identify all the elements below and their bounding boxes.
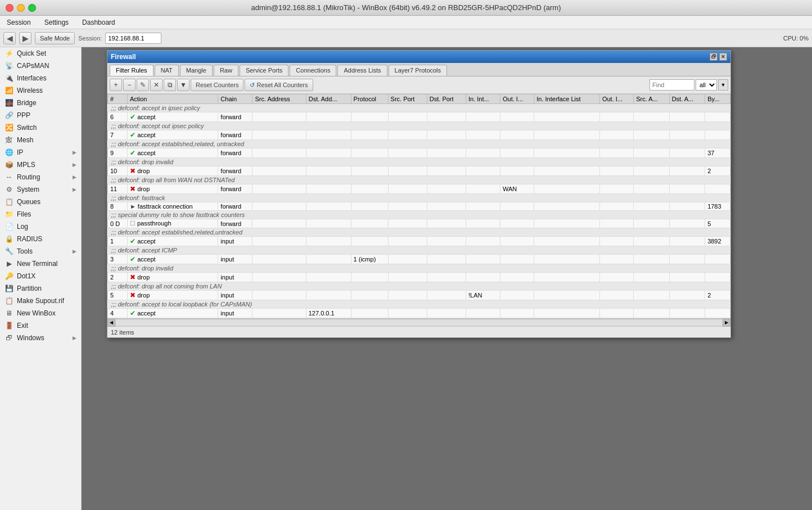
- sidebar-item-log[interactable]: 📄 Log: [0, 220, 81, 233]
- tab-nat[interactable]: NAT: [155, 65, 179, 76]
- new-winbox-icon: 🖥: [4, 309, 13, 317]
- sidebar-item-ppp[interactable]: 🔗 PPP: [0, 109, 81, 121]
- tab-layer7-protocols[interactable]: Layer7 Protocols: [389, 65, 448, 76]
- table-row[interactable]: 9✔ acceptforward37: [108, 148, 730, 158]
- col-chain[interactable]: Chain: [218, 94, 252, 104]
- sidebar-item-system[interactable]: ⚙ System ▶: [0, 183, 81, 196]
- sidebar-item-queues[interactable]: 📋 Queues: [0, 196, 81, 208]
- col-dst-addr[interactable]: Dst. Add...: [306, 94, 351, 104]
- tab-mangle[interactable]: Mangle: [180, 65, 213, 76]
- sidebar-item-bridge[interactable]: 🌉 Bridge: [0, 97, 81, 109]
- table-row[interactable]: 5✖ dropinput!LAN2: [108, 291, 730, 300]
- table-row[interactable]: 7✔ acceptforward: [108, 130, 730, 140]
- edit-rule-button[interactable]: ✎: [137, 79, 149, 91]
- session-input[interactable]: [105, 33, 161, 44]
- table-row[interactable]: 6✔ acceptforward: [108, 112, 730, 122]
- col-in-int-list[interactable]: In. Interface List: [534, 94, 600, 104]
- back-button[interactable]: ◀: [3, 32, 16, 44]
- menu-session[interactable]: Session: [4, 17, 33, 28]
- col-dst-a[interactable]: Dst. A...: [669, 94, 705, 104]
- remove-rule-button[interactable]: −: [123, 79, 136, 91]
- fw-close-button[interactable]: ✕: [719, 53, 727, 61]
- col-out-int[interactable]: Out. I...: [500, 94, 534, 104]
- scroll-track[interactable]: [116, 320, 722, 326]
- col-action[interactable]: Action: [127, 94, 218, 104]
- forward-button[interactable]: ▶: [19, 32, 31, 44]
- sidebar-item-interfaces[interactable]: 🔌 Interfaces: [0, 72, 81, 84]
- tab-service-ports[interactable]: Service Ports: [240, 65, 288, 76]
- sidebar-item-tools[interactable]: 🔧 Tools ▶: [0, 245, 81, 258]
- col-by[interactable]: By...: [705, 94, 730, 104]
- session-label: Session:: [78, 35, 102, 42]
- sidebar-item-mesh[interactable]: 🕸 Mesh: [0, 134, 81, 146]
- fw-restore-button[interactable]: 🗗: [710, 53, 718, 61]
- menu-dashboard[interactable]: Dashboard: [80, 17, 118, 28]
- sidebar-item-capsman[interactable]: 📡 CAPsMAN: [0, 60, 81, 72]
- col-out-int-list[interactable]: Out. I...: [599, 94, 633, 104]
- reset-all-counters-button[interactable]: ↺ Reset All Counters: [245, 79, 313, 91]
- sidebar-item-wireless[interactable]: 📶 Wireless: [0, 84, 81, 97]
- sidebar-item-windows[interactable]: 🗗 Windows ▶: [0, 332, 81, 344]
- sidebar-item-partition[interactable]: 💾 Partition: [0, 282, 81, 295]
- table-header-row: # Action Chain Src. Address Dst. Add... …: [108, 94, 730, 104]
- sidebar-item-mpls[interactable]: 📦 MPLS ▶: [0, 159, 81, 171]
- copy-rule-button[interactable]: ⧉: [164, 79, 176, 91]
- minimize-button[interactable]: [17, 4, 25, 12]
- table-row[interactable]: 10✖ dropforward2: [108, 166, 730, 176]
- tab-connections[interactable]: Connections: [290, 65, 336, 76]
- col-src-port[interactable]: Src. Port: [388, 94, 427, 104]
- search-scope-dropdown[interactable]: ▼: [718, 79, 728, 91]
- table-row[interactable]: 0 D☐ passthroughforward5: [108, 219, 730, 228]
- filter-button[interactable]: ▼: [177, 79, 190, 91]
- col-dst-port[interactable]: Dst. Port: [427, 94, 466, 104]
- files-icon: 📁: [4, 210, 13, 218]
- col-protocol[interactable]: Protocol: [351, 94, 388, 104]
- menu-settings[interactable]: Settings: [42, 17, 71, 28]
- horizontal-scrollbar[interactable]: ◀ ▶: [107, 318, 730, 326]
- close-button[interactable]: [6, 4, 13, 12]
- sidebar-item-make-supout[interactable]: 📋 Make Supout.rif: [0, 295, 81, 307]
- reset-counters-button[interactable]: Reset Counters: [191, 79, 243, 91]
- add-rule-button[interactable]: +: [110, 79, 122, 91]
- maximize-button[interactable]: [28, 4, 36, 12]
- switch-icon: 🔀: [4, 124, 13, 132]
- col-src-a[interactable]: Src. A...: [634, 94, 670, 104]
- main-toolbar: ◀ ▶ Safe Mode Session: CPU: 0%: [0, 29, 812, 47]
- tab-raw[interactable]: Raw: [214, 65, 238, 76]
- table-row[interactable]: 2✖ dropinput: [108, 273, 730, 282]
- scroll-right-button[interactable]: ▶: [723, 319, 730, 327]
- scroll-left-button[interactable]: ◀: [107, 319, 115, 327]
- sidebar-item-radius[interactable]: 🔒 RADIUS: [0, 233, 81, 245]
- table-row[interactable]: 8► fasttrack connectionforward1783: [108, 202, 730, 211]
- tools-arrow: ▶: [73, 249, 76, 254]
- sidebar-item-quick-set[interactable]: ⚡ Quick Set: [0, 47, 81, 60]
- windows-arrow: ▶: [73, 335, 76, 341]
- sidebar-item-exit[interactable]: 🚪 Exit: [0, 319, 81, 332]
- sidebar-item-switch[interactable]: 🔀 Switch: [0, 121, 81, 134]
- sidebar-item-new-winbox[interactable]: 🖥 New WinBox: [0, 307, 81, 319]
- firewall-table-container[interactable]: # Action Chain Src. Address Dst. Add... …: [107, 94, 730, 318]
- tools-icon: 🔧: [4, 247, 13, 255]
- table-row[interactable]: 3✔ acceptinput1 (icmp): [108, 255, 730, 264]
- sidebar-item-ip[interactable]: 🌐 IP ▶: [0, 146, 81, 159]
- search-scope-select[interactable]: all: [696, 79, 717, 91]
- sidebar-item-dot1x[interactable]: 🔑 Dot1X: [0, 270, 81, 282]
- col-in-int[interactable]: In. Int...: [466, 94, 500, 104]
- find-input[interactable]: [649, 79, 694, 91]
- sidebar-item-files[interactable]: 📁 Files: [0, 208, 81, 220]
- disable-rule-button[interactable]: ✕: [150, 79, 163, 91]
- table-row[interactable]: 11✖ dropforwardWAN: [108, 184, 730, 194]
- col-num[interactable]: #: [108, 94, 128, 104]
- title-bar-buttons[interactable]: [6, 4, 36, 12]
- table-row[interactable]: 4✔ acceptinput127.0.0.1: [108, 309, 730, 318]
- tab-address-lists[interactable]: Address Lists: [337, 65, 387, 76]
- windows-icon: 🗗: [4, 334, 13, 342]
- sidebar-item-routing[interactable]: ↔ Routing ▶: [0, 171, 81, 183]
- table-row[interactable]: 1✔ acceptinput3892: [108, 237, 730, 246]
- tab-filter-rules[interactable]: Filter Rules: [110, 65, 154, 76]
- main-layout: ⚡ Quick Set 📡 CAPsMAN 🔌 Interfaces 📶 Wir…: [0, 47, 812, 510]
- sidebar-item-new-terminal[interactable]: ▶ New Terminal: [0, 258, 81, 270]
- col-src-addr[interactable]: Src. Address: [252, 94, 306, 104]
- safe-mode-button[interactable]: Safe Mode: [35, 32, 75, 44]
- firewall-window: Firewall 🗗 ✕ Filter Rules NAT Mangle: [107, 50, 731, 338]
